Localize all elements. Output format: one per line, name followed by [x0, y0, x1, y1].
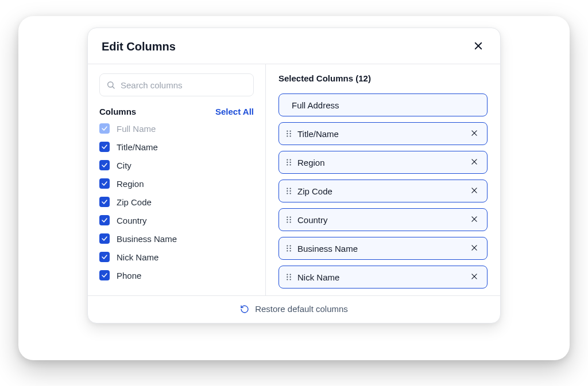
x-icon: [470, 129, 478, 139]
column-option[interactable]: Nick Name: [99, 252, 254, 262]
svg-point-12: [287, 159, 288, 160]
svg-point-40: [287, 250, 288, 251]
svg-point-37: [289, 245, 291, 246]
x-icon: [470, 215, 478, 225]
remove-column-button[interactable]: [469, 157, 480, 168]
columns-heading: Columns: [99, 107, 136, 116]
remove-column-button[interactable]: [469, 185, 480, 197]
dialog-title: Edit Columns: [102, 40, 176, 53]
column-option[interactable]: Country: [99, 215, 254, 225]
svg-point-22: [287, 190, 288, 192]
restore-default-label: Restore default columns: [255, 304, 348, 314]
checkbox-icon: [99, 142, 110, 152]
drag-handle-icon[interactable]: [286, 216, 292, 224]
svg-point-38: [287, 248, 288, 249]
x-icon: [470, 158, 478, 167]
column-option[interactable]: Zip Code: [99, 197, 254, 207]
restore-icon: [240, 305, 249, 314]
svg-point-46: [287, 276, 288, 278]
svg-point-32: [287, 221, 288, 223]
column-option[interactable]: City: [99, 160, 254, 170]
svg-point-39: [289, 248, 291, 249]
svg-point-47: [289, 276, 291, 278]
column-option-label: Phone: [117, 271, 141, 280]
remove-column-button[interactable]: [469, 214, 480, 225]
checkbox-icon: [99, 123, 110, 134]
column-option-label: City: [117, 161, 131, 170]
svg-point-4: [287, 130, 288, 131]
search-wrap: [99, 73, 254, 96]
close-icon: [473, 41, 483, 53]
column-option[interactable]: Business Name: [99, 233, 254, 244]
column-option-label: Zip Code: [117, 197, 152, 207]
column-option-label: Nick Name: [117, 252, 158, 262]
column-option: Full Name: [99, 123, 254, 134]
remove-column-button[interactable]: [469, 128, 480, 139]
svg-point-48: [287, 279, 288, 280]
column-option[interactable]: Phone: [99, 270, 254, 280]
svg-point-6: [287, 133, 288, 134]
svg-point-25: [289, 193, 291, 194]
svg-point-36: [287, 245, 288, 246]
checkbox-icon: [99, 233, 110, 244]
close-button[interactable]: [470, 38, 486, 54]
svg-point-30: [287, 219, 288, 220]
remove-column-button[interactable]: [469, 243, 480, 254]
svg-point-45: [289, 274, 291, 275]
selected-column-label: Title/Name: [297, 129, 463, 139]
selected-column-chip[interactable]: Zip Code: [278, 180, 488, 202]
select-all-button[interactable]: Select All: [215, 107, 254, 116]
drag-handle-icon[interactable]: [286, 244, 292, 252]
drag-handle-icon[interactable]: [286, 273, 292, 281]
selected-columns-pane: Selected Columns (12) Full AddressTitle/…: [266, 64, 500, 295]
svg-point-29: [289, 216, 291, 217]
selected-column-chip[interactable]: Business Name: [278, 237, 488, 260]
checkbox-icon: [99, 197, 110, 207]
svg-point-20: [287, 188, 288, 189]
column-option-label: Business Name: [117, 234, 177, 244]
checkbox-icon: [99, 215, 110, 225]
column-option[interactable]: Title/Name: [99, 142, 254, 152]
column-option-label: Full Name: [117, 124, 156, 134]
svg-point-8: [287, 135, 288, 137]
svg-point-17: [289, 164, 291, 165]
columns-list: Full NameTitle/NameCityRegionZip CodeCou…: [99, 123, 254, 280]
selected-column-label: Full Address: [286, 100, 480, 110]
column-option[interactable]: Region: [99, 178, 254, 189]
drag-handle-icon[interactable]: [286, 187, 292, 195]
x-icon: [470, 186, 478, 196]
selected-column-label: Zip Code: [297, 186, 463, 196]
svg-point-14: [287, 162, 288, 163]
selected-column-label: Region: [297, 158, 463, 167]
restore-default-button[interactable]: Restore default columns: [240, 304, 348, 314]
svg-point-13: [289, 159, 291, 160]
svg-point-7: [289, 133, 291, 134]
svg-point-28: [287, 216, 288, 217]
svg-point-15: [289, 162, 291, 163]
drag-handle-icon[interactable]: [286, 158, 292, 166]
outer-card: Edit Columns: [18, 16, 570, 360]
svg-point-41: [289, 250, 291, 251]
search-icon: [106, 80, 115, 89]
selected-column-label: Business Name: [297, 244, 463, 254]
remove-column-button[interactable]: [469, 271, 480, 283]
selected-column-chip[interactable]: Title/Name: [278, 122, 488, 145]
dialog-footer: Restore default columns: [88, 295, 500, 323]
edit-columns-dialog: Edit Columns: [87, 28, 501, 323]
selected-column-label: Nick Name: [297, 272, 463, 282]
selected-column-chip[interactable]: Country: [278, 208, 488, 231]
column-option-label: Region: [117, 179, 144, 189]
selected-column-chip[interactable]: Nick Name: [278, 266, 488, 288]
svg-point-24: [287, 193, 288, 194]
selected-column-chip: Full Address: [278, 93, 488, 116]
drag-handle-icon[interactable]: [286, 130, 292, 138]
dialog-body: Columns Select All Full NameTitle/NameCi…: [88, 64, 500, 295]
svg-point-44: [287, 274, 288, 275]
selected-column-label: Country: [297, 215, 463, 225]
available-columns-pane: Columns Select All Full NameTitle/NameCi…: [88, 64, 266, 295]
search-input[interactable]: [99, 73, 254, 96]
svg-point-23: [289, 190, 291, 192]
selected-column-chip[interactable]: Region: [278, 151, 488, 174]
svg-point-49: [289, 279, 291, 280]
column-option-label: Title/Name: [117, 142, 158, 152]
